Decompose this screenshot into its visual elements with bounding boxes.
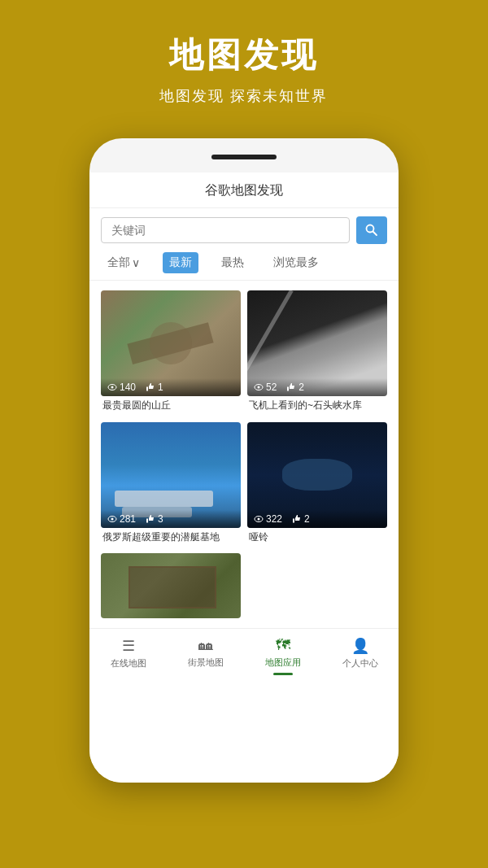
map-image-4: 322 2 xyxy=(247,422,387,528)
nav-label-map-apps: 地图应用 xyxy=(265,656,301,669)
filter-tab-most-viewed[interactable]: 浏览最多 xyxy=(267,252,325,273)
nav-label-online-map: 在线地图 xyxy=(111,657,146,670)
content-grid: 140 1 最贵最圆的山丘 xyxy=(89,281,399,628)
app-title: 谷歌地图发现 xyxy=(89,172,399,208)
image-stats-4: 322 2 xyxy=(247,510,387,528)
active-indicator xyxy=(273,673,293,675)
svg-point-7 xyxy=(111,517,114,520)
street-view-icon: 🏘 xyxy=(198,637,213,654)
search-input[interactable] xyxy=(101,217,350,243)
svg-point-9 xyxy=(258,517,260,520)
map-image-5 xyxy=(101,553,241,618)
list-item[interactable]: 140 1 最贵最圆的山丘 xyxy=(101,290,241,416)
bottom-navigation: ☰ 在线地图 🏘 街景地图 🗺 地图应用 👤 个人中心 xyxy=(89,628,399,687)
nav-item-profile[interactable]: 👤 个人中心 xyxy=(321,637,399,675)
svg-point-3 xyxy=(111,386,114,389)
thumb-up-icon xyxy=(286,382,296,392)
eye-icon xyxy=(254,383,264,391)
view-count-2: 52 xyxy=(254,382,277,393)
nav-label-street-view: 街景地图 xyxy=(188,656,224,669)
phone-content: 谷歌地图发现 全部 ∨ 最新 最热 浏览最多 xyxy=(89,172,399,783)
view-count-3: 281 xyxy=(107,513,136,525)
eye-icon xyxy=(107,383,117,391)
svg-point-5 xyxy=(258,386,260,389)
map-image-1: 140 1 xyxy=(101,290,241,396)
list-item[interactable]: 281 3 俄罗斯超级重要的潜艇基地 xyxy=(101,422,241,547)
list-item[interactable] xyxy=(101,553,241,618)
phone-notch xyxy=(211,155,277,159)
map-apps-icon: 🗺 xyxy=(276,637,290,654)
eye-icon xyxy=(254,515,264,523)
nav-item-map-apps[interactable]: 🗺 地图应用 xyxy=(244,637,321,675)
image-stats-2: 52 2 xyxy=(247,378,387,396)
filter-tab-all[interactable]: 全部 ∨ xyxy=(101,252,146,273)
thumb-up-icon xyxy=(146,514,155,524)
item-label-3: 俄罗斯超级重要的潜艇基地 xyxy=(101,528,241,547)
search-button[interactable] xyxy=(356,216,387,244)
nav-item-online-map[interactable]: ☰ 在线地图 xyxy=(89,637,167,675)
thumb-up-icon xyxy=(146,382,155,392)
chevron-down-icon: ∨ xyxy=(132,256,140,269)
view-count-1: 140 xyxy=(107,382,136,393)
search-icon xyxy=(365,224,378,237)
filter-tab-latest[interactable]: 最新 xyxy=(163,252,198,273)
profile-icon: 👤 xyxy=(351,637,369,655)
image-stats-1: 140 1 xyxy=(101,378,241,396)
list-item[interactable]: 322 2 哑铃 xyxy=(247,422,387,547)
image-stats-3: 281 3 xyxy=(101,510,241,528)
item-label-4: 哑铃 xyxy=(247,528,387,547)
filter-tabs: 全部 ∨ 最新 最热 浏览最多 xyxy=(89,252,399,281)
item-label-1: 最贵最圆的山丘 xyxy=(101,396,241,416)
phone-mockup: 谷歌地图发现 全部 ∨ 最新 最热 浏览最多 xyxy=(89,138,399,783)
like-count-1: 1 xyxy=(146,382,163,393)
eye-icon xyxy=(107,515,117,523)
view-count-4: 322 xyxy=(254,513,282,525)
thumb-up-icon xyxy=(292,514,302,524)
like-count-4: 2 xyxy=(292,513,310,525)
list-item[interactable]: 52 2 飞机上看到的~石头峡水库 xyxy=(247,290,387,416)
nav-item-street-view[interactable]: 🏘 街景地图 xyxy=(167,637,244,675)
like-count-2: 2 xyxy=(286,382,304,393)
search-bar xyxy=(89,208,399,252)
svg-line-1 xyxy=(373,232,377,236)
menu-icon: ☰ xyxy=(122,637,135,655)
sub-title: 地图发现 探索未知世界 xyxy=(159,86,328,106)
map-image-2: 52 2 xyxy=(247,290,387,396)
item-label-2: 飞机上看到的~石头峡水库 xyxy=(247,396,387,416)
main-title: 地图发现 xyxy=(169,33,319,78)
like-count-3: 3 xyxy=(146,513,163,525)
nav-label-profile: 个人中心 xyxy=(342,657,378,670)
hero-header: 地图发现 地图发现 探索未知世界 xyxy=(0,0,488,122)
map-image-3: 281 3 xyxy=(101,422,241,528)
filter-tab-hot[interactable]: 最热 xyxy=(215,252,251,273)
